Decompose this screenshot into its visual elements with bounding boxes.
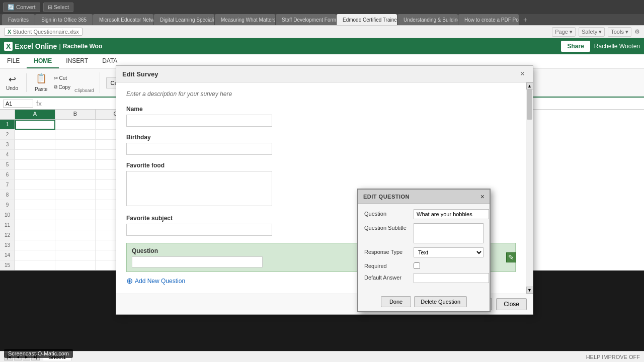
- undo-icon: ↩: [9, 74, 16, 85]
- formula-divider: fx: [36, 100, 42, 108]
- food-field-label: Favorite food: [126, 162, 516, 169]
- undo-button[interactable]: ↩ Undo: [4, 73, 20, 92]
- eq-question-label: Question: [364, 209, 410, 217]
- new-tab-button[interactable]: +: [519, 14, 531, 25]
- subject-input[interactable]: [126, 224, 272, 236]
- clipboard-group: 📋 Paste ✂ Cut ⧉ Copy Clipboard: [33, 72, 100, 93]
- convert-button[interactable]: 🔄 Convert: [3, 3, 40, 12]
- eq-button-bar: Done Delete Question: [358, 292, 490, 311]
- question-edit-icon-button[interactable]: ✎: [506, 252, 516, 262]
- tab-insert[interactable]: INSERT: [59, 54, 95, 68]
- browser-tab-pdf[interactable]: How to create a PDF Port...: [458, 14, 519, 25]
- browser-tab-understanding[interactable]: Understanding & Building...: [397, 14, 458, 25]
- paste-button[interactable]: 📋 Paste: [33, 72, 50, 93]
- name-input[interactable]: [126, 115, 272, 127]
- eq-required-field: Required: [364, 261, 484, 269]
- edit-question-header: EDIT QUESTION ×: [358, 190, 490, 204]
- edit-question-dialog: EDIT QUESTION × Question Question Subtit…: [357, 189, 491, 312]
- survey-field-name: Name: [126, 106, 516, 127]
- eq-response-type-field: Response Type Text Number Date Yes/No Ch…: [364, 247, 484, 257]
- clipboard-label: Clipboard: [74, 88, 94, 93]
- eq-response-type-label: Response Type: [364, 247, 410, 255]
- eq-response-type-select[interactable]: Text Number Date Yes/No Choice Rating: [414, 247, 484, 257]
- cut-icon: ✂: [54, 75, 58, 81]
- scroll-thumb: [527, 89, 532, 120]
- cell-A1[interactable]: [15, 120, 55, 130]
- name-box[interactable]: [3, 100, 33, 108]
- survey-description: Enter a description for your survey here: [126, 90, 516, 98]
- convert-icon: 🔄: [8, 4, 15, 11]
- add-icon: ⊕: [126, 276, 133, 286]
- question-row-label: Question: [132, 247, 263, 254]
- tab-home[interactable]: HOME: [27, 54, 59, 68]
- eq-subtitle-textarea[interactable]: [414, 223, 484, 243]
- safety-button[interactable]: Safety ▾: [579, 27, 605, 37]
- edit-question-body: Question Question Subtitle Response Type…: [358, 204, 490, 292]
- watermark: Screencast-O-Matic.com: [4, 349, 73, 358]
- browser-tab-edmodo[interactable]: Edmodo Certified Trainer ...: [337, 14, 397, 25]
- eq-default-answer-input[interactable]: [414, 273, 489, 283]
- nav-icon: ⚙: [634, 28, 640, 35]
- browser-tab-digital[interactable]: Digital Learning Specialist...: [154, 14, 214, 25]
- eq-question-input[interactable]: [414, 209, 489, 219]
- tools-button[interactable]: Tools ▾: [608, 27, 631, 37]
- eq-required-checkbox[interactable]: [414, 262, 420, 269]
- cell-A2[interactable]: [15, 130, 55, 140]
- eq-default-answer-label: Default Answer: [364, 273, 410, 281]
- name-field-label: Name: [126, 106, 516, 113]
- eq-done-button[interactable]: Done: [381, 296, 411, 307]
- cell-B2[interactable]: [55, 130, 96, 140]
- copy-icon: ⧉: [54, 84, 57, 90]
- select-icon: ⊞: [48, 4, 52, 11]
- page-button[interactable]: Page ▾: [552, 27, 576, 37]
- select-button[interactable]: ⊞ Select: [43, 3, 74, 12]
- col-header-A[interactable]: A: [15, 110, 55, 119]
- undo-group: ↩ Undo: [4, 73, 27, 92]
- edit-survey-close-button[interactable]: ×: [518, 70, 527, 78]
- filename-display: X Student Questionnaire.xlsx: [4, 28, 83, 36]
- browser-tab-staff[interactable]: Staff Development Form -...: [276, 14, 336, 25]
- eq-question-field: Question: [364, 209, 484, 219]
- scroll-down-button[interactable]: ▼: [526, 287, 533, 294]
- scroll-up-button[interactable]: ▲: [526, 82, 533, 89]
- row-num-1: 1: [0, 120, 15, 130]
- paste-icon: 📋: [36, 73, 47, 84]
- tab-file[interactable]: FILE: [0, 54, 27, 68]
- browser-tab-favorites[interactable]: Favorites: [2, 14, 35, 25]
- eq-default-answer-field: Default Answer: [364, 273, 484, 283]
- cut-button[interactable]: ✂ Cut: [52, 74, 72, 82]
- browser-tab-measuring[interactable]: Measuring What Matters ...: [215, 14, 275, 25]
- edit-question-title: EDIT QUESTION: [363, 194, 410, 200]
- eq-subtitle-label: Question Subtitle: [364, 223, 410, 231]
- username-display: Rachelle Wooten: [594, 43, 640, 50]
- excel-icon-small: X: [8, 29, 11, 35]
- help-improve-text: HELP IMPROVE OFF: [586, 354, 640, 360]
- question-row-input[interactable]: [132, 256, 263, 267]
- dialog-scrollbar[interactable]: ▲ ▼: [526, 82, 533, 294]
- share-button[interactable]: Share: [561, 41, 590, 52]
- edit-survey-header: Edit Survey ×: [116, 66, 533, 82]
- eq-subtitle-field: Question Subtitle: [364, 223, 484, 243]
- browser-tab-educator[interactable]: Microsoft Educator Netw...: [93, 14, 153, 25]
- eq-delete-button[interactable]: Delete Question: [414, 296, 467, 307]
- browser-tab-office365[interactable]: Sign in to Office 365: [35, 14, 93, 25]
- close-dialog-button[interactable]: Close: [496, 298, 527, 310]
- birthday-field-label: Birthday: [126, 134, 516, 141]
- excel-logo: X Excel Online | Rachelle Woo: [4, 42, 102, 51]
- browser-toolbar: 🔄 Convert ⊞ Select: [0, 0, 644, 14]
- eq-required-label: Required: [364, 261, 410, 269]
- status-bar: |◂ ◂ ▸ ▸| Sheet1 HELP IMPROVE OFF: [0, 351, 644, 362]
- excel-appbar: X Excel Online | Rachelle Woo Share Rach…: [0, 38, 644, 54]
- cell-B1[interactable]: [55, 120, 96, 130]
- edit-survey-title: Edit Survey: [122, 70, 158, 78]
- birthday-input[interactable]: [126, 143, 272, 155]
- browser-tab-bar: Favorites Sign in to Office 365 Microsof…: [0, 14, 644, 25]
- pencil-icon: ✎: [508, 253, 514, 261]
- survey-field-birthday: Birthday: [126, 134, 516, 155]
- copy-button[interactable]: ⧉ Copy: [52, 83, 72, 91]
- food-textarea[interactable]: [126, 171, 272, 206]
- col-header-B[interactable]: B: [55, 110, 96, 119]
- edit-question-close-button[interactable]: ×: [480, 193, 485, 201]
